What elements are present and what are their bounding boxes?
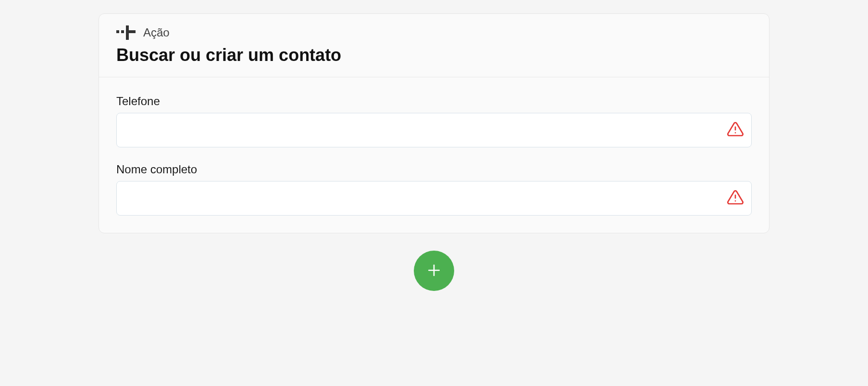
input-wrapper-nome	[116, 181, 752, 216]
card-body: Telefone Nome completo	[99, 77, 769, 233]
input-telefone[interactable]	[116, 113, 752, 147]
svg-rect-3	[129, 30, 136, 33]
svg-rect-0	[116, 30, 119, 33]
label-nome: Nome completo	[116, 163, 752, 176]
add-button-wrapper	[99, 251, 769, 291]
form-group-nome: Nome completo	[116, 163, 752, 216]
action-label-row: Ação	[116, 24, 752, 42]
plus-icon	[426, 263, 442, 279]
action-flow-icon	[116, 24, 136, 42]
svg-rect-2	[126, 25, 129, 40]
card-header: Ação Buscar ou criar um contato	[99, 14, 769, 77]
svg-rect-1	[121, 30, 124, 33]
input-nome[interactable]	[116, 181, 752, 216]
card-title: Buscar ou criar um contato	[116, 45, 752, 65]
add-button[interactable]	[414, 251, 454, 291]
action-label: Ação	[143, 26, 170, 39]
label-telefone: Telefone	[116, 95, 752, 108]
action-card: Ação Buscar ou criar um contato Telefone	[99, 13, 769, 233]
input-wrapper-telefone	[116, 113, 752, 147]
form-group-telefone: Telefone	[116, 95, 752, 147]
